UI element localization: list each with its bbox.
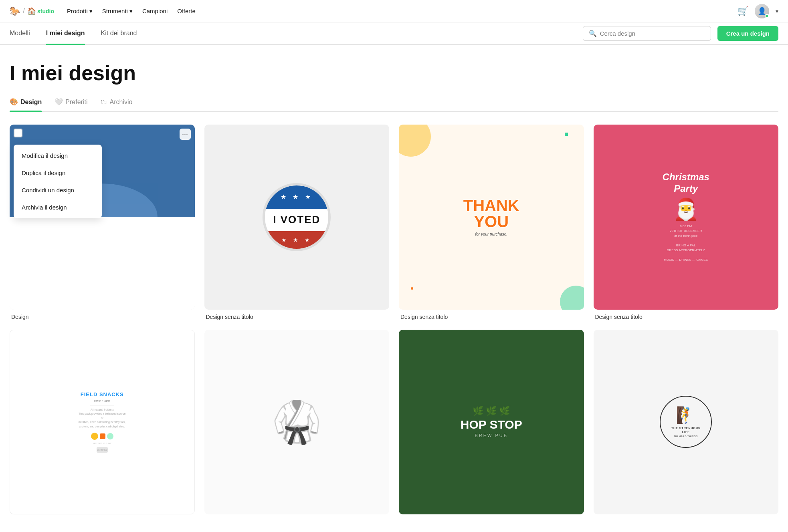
card-1-checkbox[interactable] — [14, 129, 22, 137]
card-1-dots[interactable]: ··· — [180, 129, 191, 140]
dropdown-modifica[interactable]: Modifica il design — [14, 147, 102, 164]
logo-separator: / — [23, 7, 25, 15]
design-card-3[interactable]: THANK YOU for your purchase. Design senz… — [399, 125, 584, 320]
card-1-white — [10, 217, 195, 310]
top-nav: 🐎 / 🏠 studio Prodotti ▾ Strumenti ▾ Camp… — [0, 0, 788, 22]
tab-kit-brand[interactable]: Kit dei brand — [101, 22, 137, 44]
card-5-thumbnail: FIELD SNACKS dave + lana All-natural fru… — [10, 330, 195, 515]
design-card-5[interactable]: FIELD SNACKS dave + lana All-natural fru… — [10, 330, 195, 519]
logo[interactable]: 🐎 / 🏠 studio — [10, 6, 54, 16]
dropdown-condividi[interactable]: Condividi un design — [14, 181, 102, 199]
palette-icon: 🎨 — [10, 98, 18, 106]
chevron-down-icon: ▾ — [129, 8, 133, 15]
heart-icon: 🤍 — [55, 98, 63, 106]
online-badge — [765, 14, 769, 18]
dropdown-archivia[interactable]: Archivia il design — [14, 199, 102, 216]
nav-campioni[interactable]: Campioni — [142, 8, 168, 14]
card-8-thumbnail: 🧗 THE STRENUOUSLIFENO HARD THINGS — [594, 330, 779, 515]
card-2-label: Design senza titolo — [204, 314, 390, 320]
search-input[interactable] — [600, 30, 705, 37]
design-card-2[interactable]: ★ ★ ★ I VOTED ★ ★ ★ Design senza titolo — [204, 125, 390, 320]
tab-design[interactable]: 🎨 Design — [10, 98, 42, 111]
page-title: I miei design — [10, 61, 778, 85]
design-card-8[interactable]: 🧗 THE STRENUOUSLIFENO HARD THINGS — [594, 330, 779, 519]
design-card-4[interactable]: ChristmasParty 🎅 8:00 PM29TH OF DECEMBER… — [594, 125, 779, 320]
search-box: 🔍 — [583, 26, 711, 41]
card-4-thumbnail: ChristmasParty 🎅 8:00 PM29TH OF DECEMBER… — [594, 125, 779, 310]
card-3-label: Design senza titolo — [399, 314, 584, 320]
card-2-thumbnail: ★ ★ ★ I VOTED ★ ★ ★ — [204, 125, 390, 310]
tab-preferiti[interactable]: 🤍 Preferiti — [55, 98, 87, 111]
sub-nav: Modelli I miei design Kit dei brand 🔍 Cr… — [0, 22, 788, 45]
dropdown-duplica[interactable]: Duplica il design — [14, 164, 102, 181]
user-avatar[interactable]: 👤 — [755, 4, 769, 18]
tab-archivio[interactable]: 🗂 Archivio — [100, 98, 132, 111]
tab-modelli[interactable]: Modelli — [10, 22, 30, 44]
design-tabs: 🎨 Design 🤍 Preferiti 🗂 Archivio — [10, 98, 778, 112]
design-card-6[interactable]: 🥋 — [204, 330, 390, 519]
avatar-chevron[interactable]: ▾ — [776, 8, 778, 14]
nav-links: Prodotti ▾ Strumenti ▾ Campioni Offerte — [67, 8, 725, 15]
search-icon: 🔍 — [589, 30, 597, 37]
archive-icon: 🗂 — [100, 98, 107, 106]
card-4-label: Design senza titolo — [594, 314, 779, 320]
card-3-thumbnail: THANK YOU for your purchase. — [399, 125, 584, 310]
horse-icon: 🐎 — [10, 6, 20, 16]
design-card-7[interactable]: 🌿 🌿 🌿 HOP STOP BREW PUB — [399, 330, 584, 519]
nav-strumenti[interactable]: Strumenti ▾ — [102, 8, 133, 15]
studio-logo: 🏠 studio — [27, 7, 54, 16]
nav-prodotti[interactable]: Prodotti ▾ — [67, 8, 93, 15]
chevron-down-icon: ▾ — [89, 8, 93, 15]
cart-icon[interactable]: 🛒 — [737, 6, 748, 16]
studio-icon: 🏠 — [27, 7, 36, 16]
tab-miei-design[interactable]: I miei design — [46, 22, 85, 44]
main-content: I miei design 🎨 Design 🤍 Preferiti 🗂 Arc… — [0, 45, 788, 528]
design-card-1[interactable]: ··· Modifica il design Duplica il design… — [10, 125, 195, 320]
create-design-button[interactable]: Crea un design — [717, 26, 778, 41]
card-7-thumbnail: 🌿 🌿 🌿 HOP STOP BREW PUB — [399, 330, 584, 515]
nav-offerte[interactable]: Offerte — [177, 8, 196, 14]
card-1-label: Design — [10, 314, 195, 320]
card-6-thumbnail: 🥋 — [204, 330, 390, 515]
dropdown-menu: Modifica il design Duplica il design Con… — [14, 145, 102, 218]
nav-right: 🛒 👤 ▾ — [737, 4, 778, 18]
sub-nav-search: 🔍 Crea un design — [583, 26, 778, 41]
design-grid: ··· Modifica il design Duplica il design… — [10, 125, 778, 518]
